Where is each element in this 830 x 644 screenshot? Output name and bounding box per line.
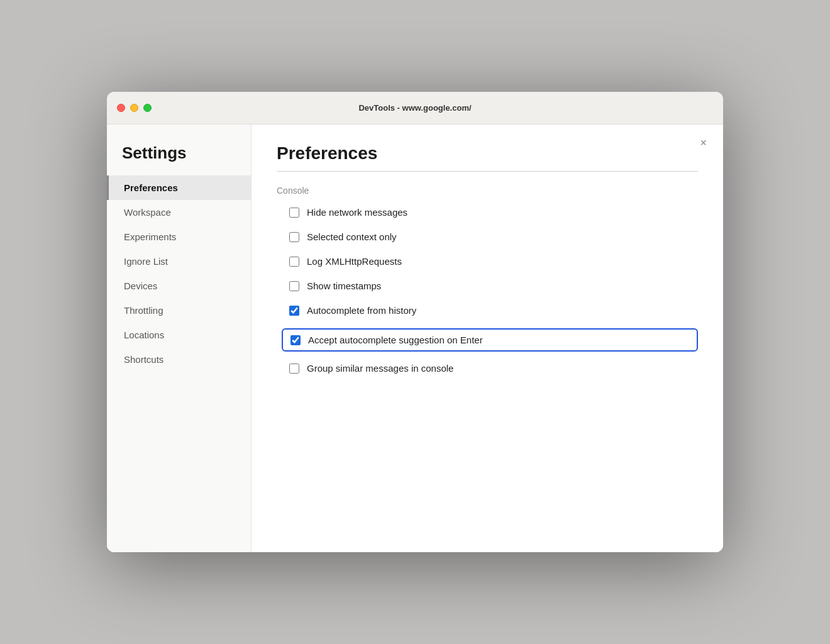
sidebar-item-throttling[interactable]: Throttling — [107, 298, 251, 323]
close-traffic-light[interactable] — [117, 104, 125, 112]
minimize-traffic-light[interactable] — [130, 104, 138, 112]
checkbox-label-hide-network[interactable]: Hide network messages — [307, 207, 407, 218]
checkbox-label-show-timestamps[interactable]: Show timestamps — [307, 280, 381, 291]
checkbox-row-hide-network: Hide network messages — [289, 206, 698, 219]
title-divider — [277, 171, 698, 172]
checkbox-row-selected-context: Selected context only — [289, 230, 698, 243]
checkbox-accept-autocomplete[interactable] — [290, 335, 301, 345]
checkbox-row-autocomplete-history: Autocomplete from history — [289, 304, 698, 317]
title-bar: DevTools - www.google.com/ — [107, 92, 723, 125]
section-label: Console — [277, 186, 698, 196]
sidebar-item-experiments[interactable]: Experiments — [107, 225, 251, 249]
checkbox-label-group-similar[interactable]: Group similar messages in console — [307, 363, 453, 374]
checkbox-label-accept-autocomplete[interactable]: Accept autocomplete suggestion on Enter — [308, 335, 483, 345]
traffic-lights — [117, 104, 152, 112]
window-title: DevTools - www.google.com/ — [358, 103, 471, 113]
sidebar-item-shortcuts[interactable]: Shortcuts — [107, 347, 251, 372]
checkbox-log-xhr[interactable] — [289, 257, 299, 267]
checkbox-hide-network[interactable] — [289, 208, 299, 218]
checkbox-label-autocomplete-history[interactable]: Autocomplete from history — [307, 305, 416, 316]
sidebar: Settings Preferences Workspace Experimen… — [107, 125, 252, 552]
devtools-window: DevTools - www.google.com/ Settings Pref… — [107, 92, 723, 552]
checkbox-selected-context[interactable] — [289, 232, 299, 242]
checkbox-label-selected-context[interactable]: Selected context only — [307, 231, 397, 242]
checkbox-label-log-xhr[interactable]: Log XMLHttpRequests — [307, 256, 402, 267]
checkbox-row-group-similar: Group similar messages in console — [289, 362, 698, 375]
checkbox-row-accept-autocomplete: Accept autocomplete suggestion on Enter — [282, 328, 698, 352]
window-container: DevTools - www.google.com/ Settings Pref… — [107, 92, 723, 552]
sidebar-title: Settings — [107, 143, 251, 175]
maximize-traffic-light[interactable] — [143, 104, 152, 112]
sidebar-item-devices[interactable]: Devices — [107, 274, 251, 298]
checkbox-group-similar[interactable] — [289, 364, 299, 374]
checkboxes-area: Hide network messages Selected context o… — [277, 206, 698, 375]
content-area: Settings Preferences Workspace Experimen… — [107, 125, 723, 552]
sidebar-item-workspace[interactable]: Workspace — [107, 200, 251, 225]
checkbox-show-timestamps[interactable] — [289, 281, 299, 291]
main-title: Preferences — [277, 143, 698, 164]
sidebar-item-preferences[interactable]: Preferences — [107, 175, 251, 200]
main-content: × Preferences Console Hide network messa… — [252, 125, 723, 552]
sidebar-item-locations[interactable]: Locations — [107, 323, 251, 347]
sidebar-item-ignore-list[interactable]: Ignore List — [107, 249, 251, 274]
checkbox-row-show-timestamps: Show timestamps — [289, 279, 698, 292]
checkbox-row-log-xhr: Log XMLHttpRequests — [289, 255, 698, 268]
checkbox-autocomplete-history[interactable] — [289, 306, 299, 316]
close-button[interactable]: × — [696, 136, 711, 150]
